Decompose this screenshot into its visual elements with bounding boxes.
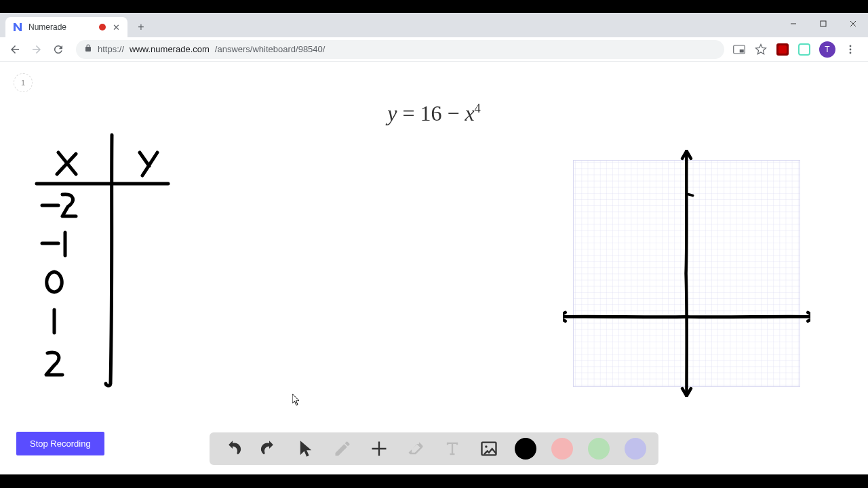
pointer-tool[interactable] <box>295 438 317 460</box>
numerade-favicon-icon <box>12 22 23 33</box>
svg-point-8 <box>850 48 852 50</box>
svg-point-12 <box>485 445 488 448</box>
svg-point-7 <box>850 45 852 47</box>
media-indicator-icon[interactable] <box>732 43 746 56</box>
pencil-tool[interactable] <box>332 438 353 460</box>
stop-recording-button[interactable]: Stop Recording <box>16 432 104 455</box>
image-tool[interactable] <box>478 438 500 460</box>
addr-icons: T <box>732 41 863 58</box>
tab-title: Numerade <box>28 22 94 32</box>
bookmark-button[interactable] <box>754 43 768 56</box>
tab-numerade[interactable]: Numerade ✕ <box>5 17 127 37</box>
extension-green-icon[interactable] <box>797 43 811 56</box>
color-purple[interactable] <box>625 438 646 460</box>
whiteboard-toolbar <box>210 432 658 465</box>
color-green[interactable] <box>588 438 610 460</box>
url-host: www.numerade.com <box>130 44 210 54</box>
url-box[interactable]: https://www.numerade.com/answers/whitebo… <box>76 40 724 59</box>
stop-recording-label: Stop Recording <box>30 439 91 449</box>
url-scheme: https:// <box>98 44 124 54</box>
window-controls <box>778 13 868 35</box>
address-bar: https://www.numerade.com/answers/whitebo… <box>0 37 868 62</box>
profile-avatar[interactable]: T <box>819 41 835 58</box>
undo-button[interactable] <box>222 438 243 460</box>
handwriting-layer <box>0 62 868 474</box>
svg-rect-2 <box>821 21 826 26</box>
text-tool[interactable] <box>441 438 463 460</box>
letterbox-bottom <box>0 474 868 488</box>
extension-ublock-icon[interactable] <box>776 43 789 56</box>
whiteboard-content[interactable]: 1 y = 16 − x4 <box>0 62 868 474</box>
svg-marker-0 <box>14 23 22 31</box>
back-button[interactable] <box>5 40 24 59</box>
chrome-menu-button[interactable] <box>844 43 857 56</box>
letterbox-top <box>0 0 868 13</box>
tab-strip: Numerade ✕ + <box>0 13 868 37</box>
eraser-tool[interactable] <box>405 438 427 460</box>
maximize-button[interactable] <box>808 13 838 35</box>
forward-button[interactable] <box>27 40 46 59</box>
color-black[interactable] <box>515 438 536 460</box>
close-window-button[interactable] <box>838 13 868 35</box>
tab-close-button[interactable]: ✕ <box>111 22 121 32</box>
minimize-button[interactable] <box>778 13 808 35</box>
cursor-icon <box>292 394 300 406</box>
add-tool[interactable] <box>368 438 390 460</box>
new-tab-button[interactable]: + <box>132 18 151 37</box>
recording-indicator-icon <box>99 24 106 30</box>
reload-button[interactable] <box>49 40 68 59</box>
svg-point-9 <box>850 52 852 54</box>
redo-button[interactable] <box>258 438 280 460</box>
url-path: /answers/whiteboard/98540/ <box>215 44 326 54</box>
svg-rect-6 <box>740 49 744 53</box>
lock-icon <box>84 44 92 54</box>
browser-window: Numerade ✕ + <box>0 13 868 474</box>
avatar-initial: T <box>825 45 829 54</box>
color-pink[interactable] <box>551 438 573 460</box>
